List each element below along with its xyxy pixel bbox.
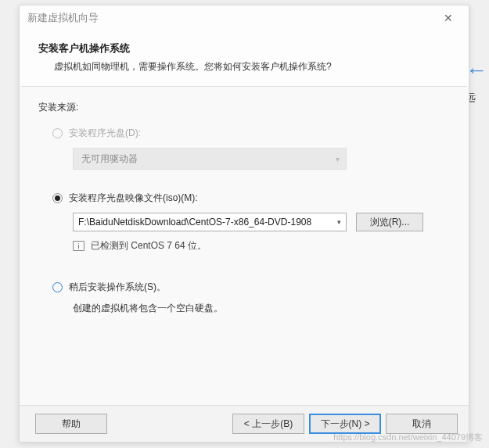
radio-option-iso[interactable]: 安装程序光盘映像文件(iso)(M):: [52, 192, 450, 205]
detection-status: i 已检测到 CentOS 7 64 位。: [73, 239, 450, 253]
radio-label-later: 稍后安装操作系统(S)。: [69, 281, 166, 294]
window-title: 新建虚拟机向导: [27, 11, 436, 25]
radio-icon: [52, 193, 63, 203]
page-heading: 安装客户机操作系统: [38, 41, 450, 56]
iso-path-value: F:\BaiduNetdiskDownload\CentOS-7-x86_64-…: [78, 217, 311, 228]
disc-drive-value: 无可用驱动器: [81, 152, 138, 166]
detection-text: 已检测到 CentOS 7 64 位。: [91, 239, 207, 253]
info-icon: i: [73, 241, 84, 251]
browse-button[interactable]: 浏览(R)...: [356, 213, 423, 231]
close-icon[interactable]: ✕: [436, 12, 461, 24]
wizard-dialog: 新建虚拟机向导 ✕ 安装客户机操作系统 虚拟机如同物理机，需要操作系统。您将如何…: [19, 5, 469, 443]
chevron-down-icon: ▾: [336, 155, 340, 163]
radio-icon: [52, 282, 63, 292]
wizard-header: 安装客户机操作系统 虚拟机如同物理机，需要操作系统。您将如何安装客户机操作系统?: [20, 30, 469, 86]
radio-label-iso: 安装程序光盘映像文件(iso)(M):: [69, 192, 198, 205]
titlebar: 新建虚拟机向导 ✕: [20, 5, 469, 30]
radio-icon: [52, 128, 63, 138]
radio-option-disc: 安装程序光盘(D):: [52, 127, 450, 140]
radio-option-later[interactable]: 稍后安装操作系统(S)。: [52, 281, 450, 294]
disc-drive-dropdown: 无可用驱动器 ▾: [73, 148, 347, 170]
page-subheading: 虚拟机如同物理机，需要操作系统。您将如何安装客户机操作系统?: [54, 60, 450, 73]
watermark-text: https://blog.csdn.net/weixin_44079博客: [333, 432, 483, 443]
later-description: 创建的虚拟机将包含一个空白硬盘。: [73, 302, 450, 315]
back-button[interactable]: < 上一步(B): [232, 414, 304, 434]
radio-label-disc: 安装程序光盘(D):: [69, 127, 141, 140]
chevron-down-icon[interactable]: ▾: [334, 218, 341, 226]
wizard-content: 安装来源: 安装程序光盘(D): 无可用驱动器 ▾ 安装程序光盘映像文件(iso…: [20, 87, 469, 405]
iso-path-combo[interactable]: F:\BaiduNetdiskDownload\CentOS-7-x86_64-…: [73, 213, 347, 231]
install-source-label: 安装来源:: [38, 101, 450, 114]
help-button[interactable]: 帮助: [35, 414, 107, 434]
